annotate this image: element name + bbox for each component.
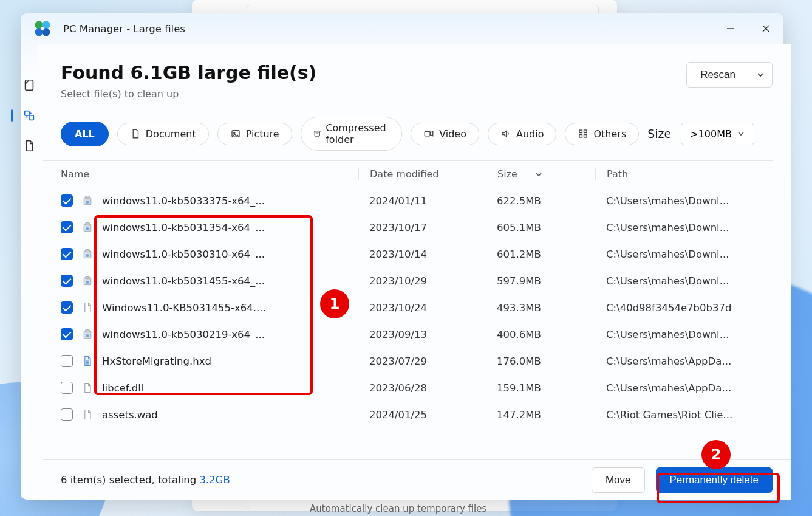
table-row[interactable]: Windows11.0-KB5031455-x64....2023/10/244… [43, 294, 780, 321]
table-body[interactable]: windows11.0-kb5033375-x64_...2024/01/116… [43, 187, 786, 458]
table-row[interactable]: windows11.0-kb5031354-x64_...2023/10/176… [43, 214, 780, 241]
file-size: 400.6MB [486, 329, 595, 340]
archive-icon [313, 128, 321, 139]
file-size: 159.1MB [486, 382, 595, 394]
file-date: 2023/09/13 [358, 329, 486, 340]
cleanup-icon [22, 78, 36, 92]
minimize-button[interactable] [713, 13, 748, 44]
row-checkbox[interactable] [61, 382, 73, 394]
row-checkbox[interactable] [61, 248, 73, 260]
col-name[interactable]: Name [61, 168, 358, 180]
pc-manager-window: PC Manager - Large files [21, 13, 783, 500]
file-name: assets.wad [102, 409, 158, 421]
size-select[interactable]: >100MB [681, 123, 754, 145]
svg-rect-5 [29, 115, 33, 120]
file-name: HxStoreMigrating.hxd [102, 356, 211, 367]
file-path: C:\Users\mahes\Downl... [595, 222, 762, 233]
close-button[interactable] [748, 13, 783, 44]
app-logo-icon [35, 21, 50, 36]
table-row[interactable]: windows11.0-kb5030310-x64_...2023/10/146… [43, 241, 780, 267]
titlebar: PC Manager - Large files [21, 13, 783, 44]
table-row[interactable]: windows11.0-kb5033375-x64_...2024/01/116… [43, 187, 780, 214]
picture-icon [230, 128, 241, 139]
permanently-delete-button[interactable]: Permanently delete [656, 467, 773, 493]
chevron-down-icon [737, 129, 745, 138]
file-path: C:\Users\mahes\Downl... [595, 275, 762, 287]
filter-video[interactable]: Video [411, 123, 479, 145]
window-body: Found 6.1GB large file(s) Select file(s)… [21, 44, 783, 500]
filter-document[interactable]: Document [117, 123, 209, 145]
size-filter-area: Size >100MB [647, 123, 754, 145]
file-icon [22, 139, 36, 153]
file-name: Windows11.0-KB5031455-x64.... [102, 302, 266, 314]
move-button[interactable]: Move [592, 467, 645, 493]
svg-point-18 [86, 201, 89, 204]
rescan-button-group: Rescan [686, 62, 773, 88]
minimize-icon [726, 24, 735, 33]
row-checkbox[interactable] [61, 328, 73, 340]
file-date: 2024/01/25 [358, 409, 486, 421]
page-heading: Found 6.1GB large file(s) [61, 62, 316, 83]
table-row[interactable]: windows11.0-kb5030219-x64_...2023/09/134… [43, 321, 780, 348]
file-name: windows11.0-kb5030310-x64_... [102, 249, 265, 260]
table-row[interactable]: HxStoreMigrating.hxd2023/07/29176.0MBC:\… [43, 348, 780, 374]
file-type-icon [81, 355, 94, 367]
filter-audio[interactable]: Audio [488, 123, 556, 145]
file-type-icon [81, 248, 94, 260]
file-type-icon [81, 328, 94, 340]
table-row[interactable]: assets.wad2024/01/25147.2MBC:\Riot Games… [43, 401, 780, 428]
table-row[interactable]: libcef.dll2023/06/28159.1MBC:\Users\mahe… [43, 374, 780, 401]
row-checkbox[interactable] [61, 355, 73, 367]
svg-point-30 [86, 334, 89, 337]
filter-document-label: Document [146, 128, 196, 140]
filter-others[interactable]: Others [565, 123, 639, 145]
svg-point-21 [86, 227, 89, 230]
file-date: 2023/10/17 [358, 222, 486, 233]
size-select-value: >100MB [690, 128, 732, 140]
row-checkbox[interactable] [61, 194, 73, 207]
table-row[interactable]: windows11.0-kb5031455-x64_...2023/10/295… [43, 267, 780, 294]
sidebar-item-cleanup[interactable] [21, 77, 38, 94]
svg-rect-15 [584, 135, 587, 138]
file-size: 622.5MB [486, 195, 595, 207]
close-icon [762, 24, 770, 33]
sidebar-item-files[interactable] [21, 137, 38, 154]
col-path[interactable]: Path [595, 168, 768, 180]
file-size: 597.9MB [486, 275, 595, 287]
background-text: Automatically clean up temporary files [310, 503, 486, 514]
file-name: windows11.0-kb5033375-x64_... [102, 195, 265, 207]
col-size[interactable]: Size [486, 168, 595, 180]
filter-row: ALL Document Picture Compressed folder V… [43, 100, 773, 161]
col-date[interactable]: Date modified [358, 168, 486, 180]
file-date: 2023/10/29 [358, 275, 486, 287]
file-name: windows11.0-kb5031354-x64_... [102, 222, 265, 233]
rescan-button[interactable]: Rescan [687, 63, 749, 87]
filter-picture[interactable]: Picture [217, 123, 292, 145]
svg-point-27 [86, 281, 89, 284]
row-checkbox[interactable] [61, 408, 73, 421]
file-path: C:\40d98f3454e7b0b37d [595, 302, 762, 314]
file-name: windows11.0-kb5030219-x64_... [102, 329, 265, 340]
file-path: C:\Users\mahes\Downl... [595, 195, 762, 207]
row-checkbox[interactable] [61, 275, 73, 287]
svg-point-7 [233, 132, 234, 133]
col-size-label: Size [497, 168, 517, 180]
svg-rect-12 [579, 130, 582, 133]
filter-compressed[interactable]: Compressed folder [301, 117, 402, 151]
sidebar-item-large-files[interactable] [21, 107, 38, 124]
selection-summary-size: 3.2GB [199, 474, 230, 486]
main-pane: Found 6.1GB large file(s) Select file(s)… [38, 44, 791, 500]
filter-picture-label: Picture [246, 128, 279, 140]
file-name: libcef.dll [102, 382, 143, 394]
filter-all[interactable]: ALL [61, 122, 109, 146]
filter-video-label: Video [439, 128, 466, 140]
row-checkbox[interactable] [61, 301, 73, 314]
rescan-dropdown[interactable] [749, 63, 772, 87]
row-checkbox[interactable] [61, 221, 73, 233]
svg-rect-26 [86, 277, 90, 279]
window-controls [713, 13, 783, 44]
svg-rect-29 [86, 330, 90, 332]
file-type-icon [81, 275, 94, 287]
svg-rect-8 [315, 132, 319, 136]
header-area: Found 6.1GB large file(s) Select file(s)… [43, 44, 791, 100]
